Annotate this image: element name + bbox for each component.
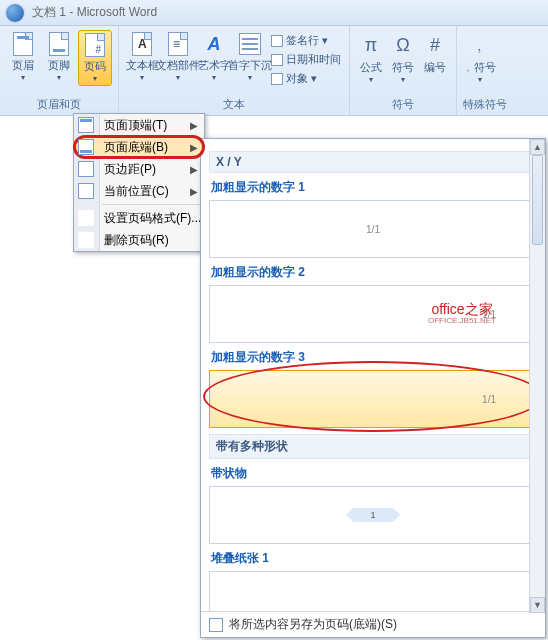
page-margin-icon <box>78 161 94 177</box>
gallery-preview <box>209 571 537 611</box>
ribbon: 页眉 ▾ 页脚 ▾ 页码 ▾ 页眉和页 文本框 ▾ <box>0 26 548 116</box>
gallery-item[interactable]: 带状物 1 <box>209 459 537 544</box>
gallery-scrollbar[interactable]: ▲ ▼ <box>529 139 545 613</box>
scroll-up-button[interactable]: ▲ <box>530 139 545 155</box>
gallery-item-selected[interactable]: 加粗显示的数字 3 1/1 <box>209 343 537 428</box>
page-header-icon <box>11 32 35 56</box>
group-label-sym: 符号 <box>356 97 450 113</box>
object-icon <box>271 73 283 85</box>
gallery-body[interactable]: X / Y 加粗显示的数字 1 1/1 加粗显示的数字 2 office之家 O… <box>201 139 545 611</box>
gallery-item[interactable]: 堆叠纸张 1 <box>209 544 537 611</box>
remove-icon <box>78 232 94 248</box>
chevron-right-icon: ▶ <box>190 120 198 131</box>
omega-icon: Ω <box>396 35 409 56</box>
page-number-icon <box>83 33 107 57</box>
chevron-right-icon: ▶ <box>190 186 198 197</box>
menu-remove-page-numbers[interactable]: 删除页码(R) <box>74 229 204 251</box>
datetime-button[interactable]: 日期和时间 <box>269 51 343 68</box>
gallery-item[interactable]: 加粗显示的数字 2 office之家 OFFICE.JB51.NET 1/1 <box>209 258 537 343</box>
menu-top-of-page[interactable]: 页面顶端(T) ▶ <box>74 114 204 136</box>
menu-divider <box>102 204 202 205</box>
number-button[interactable]: # <box>420 30 450 60</box>
page-top-icon <box>78 117 94 133</box>
header-button[interactable]: 页眉 ▾ <box>6 30 40 84</box>
group-special: ﹐ ﹐符号 ▾ 特殊符号 <box>457 26 513 115</box>
textbox-button[interactable]: 文本框 ▾ <box>125 30 159 84</box>
office-orb-icon[interactable] <box>6 4 24 22</box>
scroll-down-button[interactable]: ▼ <box>530 597 545 613</box>
page-footer-icon <box>47 32 71 56</box>
gallery-preview: 1 <box>209 486 537 544</box>
menu-bottom-of-page[interactable]: 页面底端(B) ▶ <box>74 136 204 158</box>
object-button[interactable]: 对象 ▾ <box>269 70 343 87</box>
gallery-preview: 1/1 <box>209 200 537 258</box>
group-symbols: π 公式 ▾ Ω 符号 ▾ # 编号 符号 <box>350 26 457 115</box>
watermark: office之家 OFFICE.JB51.NET <box>428 302 496 326</box>
wordart-icon: A <box>202 32 226 56</box>
scroll-track[interactable] <box>530 155 545 597</box>
page-number-button[interactable]: 页码 ▾ <box>78 30 112 86</box>
menu-page-margins[interactable]: 页边距(P) ▶ <box>74 158 204 180</box>
save-selection-label: 将所选内容另存为页码(底端)(S) <box>229 616 397 633</box>
chevron-right-icon: ▶ <box>190 142 198 153</box>
dropcap-button[interactable]: 首字下沉 ▾ <box>233 30 267 84</box>
page-bottom-icon <box>78 139 94 155</box>
datetime-icon <box>271 54 283 66</box>
ribbon-shape-icon: 1 <box>353 508 393 522</box>
equation-button[interactable]: π <box>356 30 386 60</box>
titlebar: 文档 1 - Microsoft Word <box>0 0 548 26</box>
gallery-footer[interactable]: 将所选内容另存为页码(底端)(S) <box>201 611 545 637</box>
group-header-footer: 页眉 ▾ 页脚 ▾ 页码 ▾ 页眉和页 <box>0 26 119 115</box>
current-pos-icon <box>78 183 94 199</box>
save-icon <box>209 618 223 632</box>
wordart-button[interactable]: A 艺术字 ▾ <box>197 30 231 84</box>
menu-current-position[interactable]: 当前位置(C) ▶ <box>74 180 204 202</box>
hash-icon: # <box>430 35 440 56</box>
quickparts-button[interactable]: 文档部件 ▾ <box>161 30 195 84</box>
page-number-menu: 页面顶端(T) ▶ 页面底端(B) ▶ 页边距(P) ▶ 当前位置(C) ▶ 设… <box>73 113 205 252</box>
chevron-right-icon: ▶ <box>190 164 198 175</box>
gallery-heading-xy: X / Y <box>209 151 537 173</box>
textbox-icon <box>130 32 154 56</box>
pi-icon: π <box>365 35 377 56</box>
group-label-special: 特殊符号 <box>463 97 507 113</box>
signature-button[interactable]: 签名行 ▾ <box>269 32 343 49</box>
menu-format-page-numbers[interactable]: 设置页码格式(F)... <box>74 207 204 229</box>
scroll-thumb[interactable] <box>532 155 543 245</box>
gallery-preview: office之家 OFFICE.JB51.NET 1/1 <box>209 285 537 343</box>
quickparts-icon <box>166 32 190 56</box>
footer-button[interactable]: 页脚 ▾ <box>42 30 76 84</box>
group-label-text: 文本 <box>125 97 343 113</box>
group-label-hf: 页眉和页 <box>6 97 112 113</box>
symbol-button[interactable]: Ω <box>388 30 418 60</box>
dropcap-icon <box>238 32 262 56</box>
window-title: 文档 1 - Microsoft Word <box>32 4 157 21</box>
group-text: 文本框 ▾ 文档部件 ▾ A 艺术字 ▾ 首字下沉 ▾ 签名行 ▾ 日期和时间 <box>119 26 350 115</box>
page-number-gallery: X / Y 加粗显示的数字 1 1/1 加粗显示的数字 2 office之家 O… <box>200 138 546 638</box>
gallery-item[interactable]: 加粗显示的数字 1 1/1 <box>209 173 537 258</box>
signature-icon <box>271 35 283 47</box>
special-symbol-button[interactable]: ﹐ <box>465 30 495 60</box>
comma-icon: ﹐ <box>471 33 489 57</box>
format-icon <box>78 210 94 226</box>
gallery-heading-shapes: 带有多种形状 <box>209 434 537 459</box>
gallery-preview: 1/1 <box>209 370 537 428</box>
